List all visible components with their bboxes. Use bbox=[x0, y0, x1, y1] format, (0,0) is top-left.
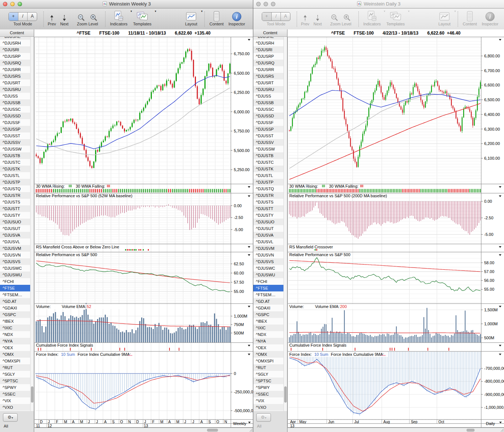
sidebar-item-djussv[interactable]: ^DJUSSV bbox=[253, 139, 283, 146]
panel-disclosure[interactable] bbox=[248, 39, 250, 41]
sidebar-item-vxo[interactable]: ^VXO bbox=[253, 404, 283, 411]
sidebar-item-djussw[interactable]: ^DJUSSW bbox=[0, 146, 30, 152]
indicators-button[interactable]: ▾ Indicators bbox=[361, 10, 383, 26]
sidebar-item-djuswc[interactable]: ^DJUSWC bbox=[0, 265, 30, 272]
templates-button[interactable]: ▾ Templates bbox=[131, 10, 154, 26]
sidebar-item-djussc[interactable]: ^DJUSSC bbox=[0, 106, 30, 113]
sidebar-item-fchi[interactable]: ^FCHI bbox=[0, 278, 30, 285]
sidebar-item-djustr[interactable]: ^DJUSTR bbox=[253, 192, 283, 199]
sidebar-item-djusst[interactable]: ^DJUSST bbox=[0, 132, 30, 139]
sidebar-header[interactable]: Content bbox=[0, 29, 34, 37]
sidebar-item-djusrq[interactable]: ^DJUSRQ bbox=[253, 60, 283, 66]
sidebar-item-djuswu[interactable]: ^DJUSWU bbox=[0, 272, 30, 278]
panel-disclosure[interactable] bbox=[499, 345, 501, 347]
sidebar-item-djusru[interactable]: ^DJUSRU bbox=[253, 86, 283, 93]
sidebar-item-djussc[interactable]: ^DJUSSC bbox=[253, 106, 283, 113]
sidebar-item-djusut[interactable]: ^DJUSUT bbox=[0, 225, 30, 232]
sidebar-item-nya[interactable]: ^NYA bbox=[0, 338, 30, 344]
sidebar-item-djusvn[interactable]: ^DJUSVN bbox=[253, 252, 283, 258]
sidebar-item-djusty[interactable]: ^DJUSTY bbox=[253, 212, 283, 219]
sidebar-item-djustt[interactable]: ^DJUSTT bbox=[253, 205, 283, 212]
sidebar-item-djustl[interactable]: ^DJUSTL bbox=[0, 172, 30, 179]
sidebar-header[interactable]: Content bbox=[253, 29, 287, 37]
tool-line-button[interactable]: / bbox=[18, 13, 28, 21]
sidebar-item-sptsc[interactable]: ^SPTSC bbox=[0, 378, 30, 384]
sidebar-item-djustb[interactable]: ^DJUSTB bbox=[0, 152, 30, 159]
gear-button[interactable]: ⚙▾ bbox=[3, 413, 18, 422]
next-button[interactable]: Next bbox=[59, 10, 70, 26]
sidebar-item-djuss[interactable]: ^DJUSS bbox=[253, 93, 283, 99]
sidebar-item-djusrt[interactable]: ^DJUSRT bbox=[253, 79, 283, 86]
sidebar-item-sgly[interactable]: ^SGLY bbox=[253, 371, 283, 378]
inspector-button[interactable]: Inspector bbox=[480, 10, 500, 26]
panel-disclosure[interactable] bbox=[499, 195, 501, 197]
gear-button[interactable]: ⚙▾ bbox=[256, 413, 271, 422]
sidebar-item-gspc[interactable]: ^GSPC bbox=[253, 311, 283, 318]
horizontal-scrollbar[interactable] bbox=[34, 428, 253, 432]
sidebar-item-djussv[interactable]: ^DJUSSV bbox=[0, 139, 30, 146]
sidebar-item-djusre[interactable]: ^DJUSRE bbox=[253, 37, 283, 40]
sidebar-item-djusrt[interactable]: ^DJUSRT bbox=[0, 79, 30, 86]
sidebar-item-djusrs[interactable]: ^DJUSRS bbox=[253, 73, 283, 79]
sidebar-item-djusrs[interactable]: ^DJUSRS bbox=[0, 73, 30, 79]
sidebar-item-djusuo[interactable]: ^DJUSUO bbox=[253, 219, 283, 225]
sidebar-item-djusvs[interactable]: ^DJUSVS bbox=[253, 258, 283, 265]
sidebar-item-djussf[interactable]: ^DJUSSF bbox=[0, 119, 30, 126]
panel-disclosure[interactable] bbox=[248, 306, 250, 308]
sidebar-item-djusrh[interactable]: ^DJUSRH bbox=[253, 40, 283, 46]
sidebar-item-djusrr[interactable]: ^DJUSRR bbox=[0, 66, 30, 73]
sidebar-item-djusty[interactable]: ^DJUSTY bbox=[0, 212, 30, 219]
panel-disclosure[interactable] bbox=[499, 186, 501, 188]
zoom-out-icon[interactable] bbox=[331, 14, 338, 21]
indicators-button[interactable]: ▾ Indicators bbox=[108, 10, 129, 26]
inspector-button[interactable]: Inspector bbox=[226, 10, 247, 26]
sidebar-item-rut[interactable]: ^RUT bbox=[0, 364, 30, 371]
sidebar-item-gdaxi[interactable]: ^GDAXI bbox=[0, 305, 30, 311]
sidebar-item-ibex[interactable]: ^IBEX bbox=[0, 318, 30, 325]
zoom-button[interactable] bbox=[18, 2, 22, 6]
panel-disclosure[interactable] bbox=[499, 39, 501, 41]
sidebar-item-djusvm[interactable]: ^DJUSVM bbox=[253, 245, 283, 252]
sidebar-item-djustp[interactable]: ^DJUSTP bbox=[253, 179, 283, 185]
sidebar-item-djusva[interactable]: ^DJUSVA bbox=[0, 232, 30, 238]
panel-disclosure[interactable] bbox=[248, 246, 250, 248]
sidebar-item-djusvl[interactable]: ^DJUSVL bbox=[0, 238, 30, 245]
sidebar-item-ftse[interactable]: ^FTSE bbox=[0, 285, 30, 291]
sidebar-item-djusvs[interactable]: ^DJUSVS bbox=[0, 258, 30, 265]
sidebar-item-spwy[interactable]: ^SPWY bbox=[0, 384, 30, 391]
sidebar-item-djussd[interactable]: ^DJUSSD bbox=[253, 113, 283, 119]
templates-button[interactable]: ▾ Templates bbox=[384, 10, 407, 26]
sidebar-item-djusri[interactable]: ^DJUSRI bbox=[253, 46, 283, 53]
titlebar[interactable]: Weinstein Weekly 3 bbox=[0, 0, 253, 8]
sidebar-item-ibex[interactable]: ^IBEX bbox=[253, 318, 283, 325]
sidebar-item-ixic[interactable]: ^IXIC bbox=[253, 325, 283, 331]
zoom-in-icon[interactable] bbox=[90, 14, 97, 21]
minimize-button[interactable] bbox=[264, 2, 268, 6]
sidebar-item-djusvn[interactable]: ^DJUSVN bbox=[0, 252, 30, 258]
sidebar-item-ftse[interactable]: ^FTSE bbox=[253, 285, 283, 291]
sidebar-item-djuss[interactable]: ^DJUSS bbox=[0, 93, 30, 99]
sidebar-item-djustk[interactable]: ^DJUSTK bbox=[253, 166, 283, 172]
resize-grip[interactable] bbox=[249, 428, 253, 432]
sidebar-item-djusvl[interactable]: ^DJUSVL bbox=[253, 238, 283, 245]
scrollbar-thumb[interactable] bbox=[467, 429, 475, 432]
sidebar-item-djustq[interactable]: ^DJUSTQ bbox=[253, 185, 283, 192]
tool-text-button[interactable]: A bbox=[281, 13, 290, 21]
sidebar-item-rut[interactable]: ^RUT bbox=[253, 364, 283, 371]
panel-disclosure[interactable] bbox=[248, 345, 250, 347]
sidebar-item-djussf[interactable]: ^DJUSSF bbox=[253, 119, 283, 126]
panel-disclosure[interactable] bbox=[248, 186, 250, 188]
prev-button[interactable]: Prev bbox=[46, 10, 57, 26]
chart-area-weekly[interactable]: 30 WMA Rising:30 WMA Falling:Relative Pe… bbox=[34, 37, 253, 428]
sidebar-item-djuswc[interactable]: ^DJUSWC bbox=[253, 265, 283, 272]
sidebar-item-gdat[interactable]: ^GD.AT bbox=[0, 298, 30, 305]
sidebar-item-fchi[interactable]: ^FCHI bbox=[253, 278, 283, 285]
sidebar-item-ssec[interactable]: ^SSEC bbox=[253, 391, 283, 397]
scrollbar-thumb[interactable] bbox=[207, 429, 218, 432]
sidebar-item-djussb[interactable]: ^DJUSSB bbox=[253, 99, 283, 106]
panel-disclosure[interactable] bbox=[499, 306, 501, 308]
prev-button[interactable]: Prev bbox=[300, 10, 311, 26]
sidebar-item-ftsem[interactable]: ^FTSEM… bbox=[0, 291, 30, 298]
panel-disclosure[interactable] bbox=[248, 354, 250, 355]
zoom-in-icon[interactable] bbox=[343, 14, 351, 21]
